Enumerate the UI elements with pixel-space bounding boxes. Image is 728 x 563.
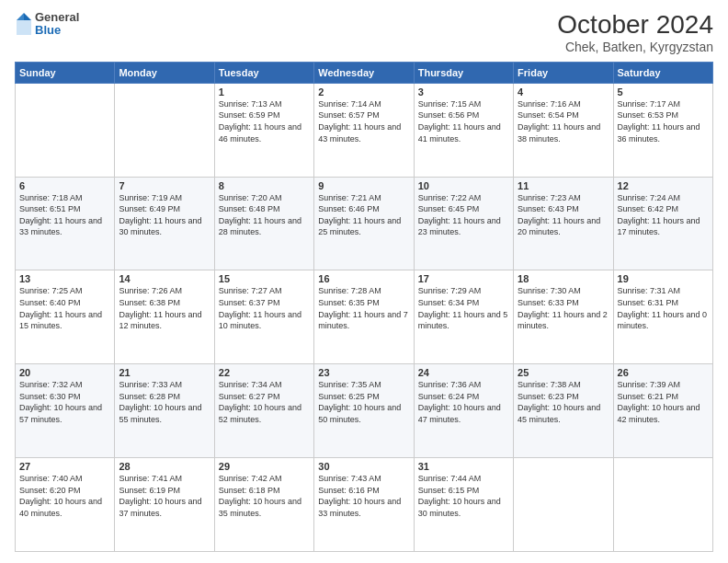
day-info: Sunrise: 7:24 AMSunset: 6:42 PMDaylight:…	[618, 193, 700, 237]
day-cell: 25Sunrise: 7:38 AMSunset: 6:23 PMDayligh…	[514, 364, 613, 458]
logo-text: General Blue	[35, 11, 79, 38]
day-info: Sunrise: 7:35 AMSunset: 6:25 PMDaylight:…	[318, 380, 401, 424]
page: General Blue October 2024 Chek, Batken, …	[0, 0, 728, 563]
logo-blue: Blue	[35, 24, 79, 37]
day-cell: 13Sunrise: 7:25 AMSunset: 6:40 PMDayligh…	[16, 270, 115, 364]
day-cell: 4Sunrise: 7:16 AMSunset: 6:54 PMDaylight…	[514, 83, 613, 177]
day-info: Sunrise: 7:15 AMSunset: 6:56 PMDaylight:…	[418, 99, 501, 144]
day-number: 3	[418, 86, 509, 98]
day-info: Sunrise: 7:28 AMSunset: 6:35 PMDaylight:…	[318, 286, 408, 330]
day-info: Sunrise: 7:36 AMSunset: 6:24 PMDaylight:…	[418, 380, 501, 424]
day-cell: 17Sunrise: 7:29 AMSunset: 6:34 PMDayligh…	[414, 270, 513, 364]
day-info: Sunrise: 7:25 AMSunset: 6:40 PMDaylight:…	[19, 286, 102, 330]
day-info: Sunrise: 7:23 AMSunset: 6:43 PMDaylight:…	[518, 193, 600, 237]
day-cell: 12Sunrise: 7:24 AMSunset: 6:42 PMDayligh…	[613, 177, 712, 270]
day-cell: 24Sunrise: 7:36 AMSunset: 6:24 PMDayligh…	[414, 364, 513, 458]
logo-icon	[15, 11, 33, 37]
logo-general: General	[35, 11, 79, 24]
day-info: Sunrise: 7:14 AMSunset: 6:57 PMDaylight:…	[318, 99, 401, 144]
day-cell: 9Sunrise: 7:21 AMSunset: 6:46 PMDaylight…	[314, 177, 414, 270]
week-row-3: 13Sunrise: 7:25 AMSunset: 6:40 PMDayligh…	[16, 270, 713, 364]
week-row-1: 1Sunrise: 7:13 AMSunset: 6:59 PMDaylight…	[16, 83, 713, 177]
day-info: Sunrise: 7:40 AMSunset: 6:20 PMDaylight:…	[19, 474, 102, 518]
day-number: 27	[19, 461, 110, 472]
day-cell: 2Sunrise: 7:14 AMSunset: 6:57 PMDaylight…	[314, 83, 414, 177]
day-number: 4	[518, 86, 609, 98]
day-number: 7	[119, 180, 210, 191]
svg-marker-1	[17, 20, 31, 35]
day-cell: 27Sunrise: 7:40 AMSunset: 6:20 PMDayligh…	[16, 458, 115, 552]
day-info: Sunrise: 7:34 AMSunset: 6:27 PMDaylight:…	[219, 380, 301, 424]
day-cell	[16, 83, 115, 177]
day-info: Sunrise: 7:29 AMSunset: 6:34 PMDaylight:…	[418, 286, 508, 330]
day-cell: 6Sunrise: 7:18 AMSunset: 6:51 PMDaylight…	[16, 177, 115, 270]
day-cell: 10Sunrise: 7:22 AMSunset: 6:45 PMDayligh…	[414, 177, 513, 270]
day-cell: 30Sunrise: 7:43 AMSunset: 6:16 PMDayligh…	[314, 458, 414, 552]
day-cell: 19Sunrise: 7:31 AMSunset: 6:31 PMDayligh…	[613, 270, 712, 364]
day-info: Sunrise: 7:16 AMSunset: 6:54 PMDaylight:…	[518, 99, 600, 144]
day-cell: 5Sunrise: 7:17 AMSunset: 6:53 PMDaylight…	[613, 83, 712, 177]
calendar-header-row: SundayMondayTuesdayWednesdayThursdayFrid…	[16, 62, 713, 83]
day-cell: 21Sunrise: 7:33 AMSunset: 6:28 PMDayligh…	[115, 364, 214, 458]
day-info: Sunrise: 7:38 AMSunset: 6:23 PMDaylight:…	[518, 380, 600, 424]
day-number: 24	[418, 367, 509, 378]
day-number: 6	[19, 180, 110, 191]
day-number: 9	[318, 180, 409, 191]
day-number: 26	[618, 367, 709, 378]
week-row-5: 27Sunrise: 7:40 AMSunset: 6:20 PMDayligh…	[16, 458, 713, 552]
day-info: Sunrise: 7:39 AMSunset: 6:21 PMDaylight:…	[618, 380, 700, 424]
day-number: 14	[119, 273, 210, 284]
day-info: Sunrise: 7:22 AMSunset: 6:45 PMDaylight:…	[418, 193, 501, 237]
day-info: Sunrise: 7:30 AMSunset: 6:33 PMDaylight:…	[518, 286, 608, 330]
day-cell: 14Sunrise: 7:26 AMSunset: 6:38 PMDayligh…	[115, 270, 214, 364]
day-cell: 29Sunrise: 7:42 AMSunset: 6:18 PMDayligh…	[214, 458, 313, 552]
day-number: 11	[518, 180, 609, 191]
svg-marker-0	[24, 13, 31, 20]
day-number: 5	[618, 86, 709, 98]
day-number: 31	[418, 461, 509, 472]
day-cell: 1Sunrise: 7:13 AMSunset: 6:59 PMDaylight…	[214, 83, 313, 177]
title-block: October 2024 Chek, Batken, Kyrgyzstan	[557, 11, 713, 54]
day-info: Sunrise: 7:31 AMSunset: 6:31 PMDaylight:…	[618, 286, 708, 330]
day-header-tuesday: Tuesday	[214, 62, 313, 83]
day-cell: 18Sunrise: 7:30 AMSunset: 6:33 PMDayligh…	[514, 270, 613, 364]
calendar-subtitle: Chek, Batken, Kyrgyzstan	[557, 40, 713, 54]
week-row-4: 20Sunrise: 7:32 AMSunset: 6:30 PMDayligh…	[16, 364, 713, 458]
day-header-saturday: Saturday	[613, 62, 712, 83]
day-number: 28	[119, 461, 210, 472]
day-cell: 15Sunrise: 7:27 AMSunset: 6:37 PMDayligh…	[214, 270, 313, 364]
day-info: Sunrise: 7:32 AMSunset: 6:30 PMDaylight:…	[19, 380, 102, 424]
day-number: 8	[219, 180, 310, 191]
day-number: 25	[518, 367, 609, 378]
day-number: 23	[318, 367, 409, 378]
day-header-thursday: Thursday	[414, 62, 513, 83]
calendar-table: SundayMondayTuesdayWednesdayThursdayFrid…	[15, 62, 713, 552]
day-number: 22	[219, 367, 310, 378]
day-number: 17	[418, 273, 509, 284]
day-info: Sunrise: 7:27 AMSunset: 6:37 PMDaylight:…	[219, 286, 301, 330]
day-cell	[514, 458, 613, 552]
day-header-monday: Monday	[115, 62, 214, 83]
day-number: 16	[318, 273, 409, 284]
day-number: 1	[219, 86, 310, 98]
svg-marker-2	[17, 13, 24, 20]
day-number: 10	[418, 180, 509, 191]
day-cell: 26Sunrise: 7:39 AMSunset: 6:21 PMDayligh…	[613, 364, 712, 458]
day-info: Sunrise: 7:41 AMSunset: 6:19 PMDaylight:…	[119, 474, 201, 518]
day-number: 12	[618, 180, 709, 191]
day-number: 19	[618, 273, 709, 284]
day-info: Sunrise: 7:21 AMSunset: 6:46 PMDaylight:…	[318, 193, 401, 237]
day-info: Sunrise: 7:44 AMSunset: 6:15 PMDaylight:…	[418, 474, 501, 518]
day-info: Sunrise: 7:33 AMSunset: 6:28 PMDaylight:…	[119, 380, 201, 424]
day-header-wednesday: Wednesday	[314, 62, 414, 83]
day-cell: 3Sunrise: 7:15 AMSunset: 6:56 PMDaylight…	[414, 83, 513, 177]
day-number: 21	[119, 367, 210, 378]
week-row-2: 6Sunrise: 7:18 AMSunset: 6:51 PMDaylight…	[16, 177, 713, 270]
day-number: 2	[318, 86, 409, 98]
day-header-friday: Friday	[514, 62, 613, 83]
day-cell: 11Sunrise: 7:23 AMSunset: 6:43 PMDayligh…	[514, 177, 613, 270]
day-info: Sunrise: 7:17 AMSunset: 6:53 PMDaylight:…	[618, 99, 700, 144]
logo: General Blue	[15, 11, 79, 38]
day-info: Sunrise: 7:43 AMSunset: 6:16 PMDaylight:…	[318, 474, 401, 518]
calendar-title: October 2024	[557, 11, 713, 40]
